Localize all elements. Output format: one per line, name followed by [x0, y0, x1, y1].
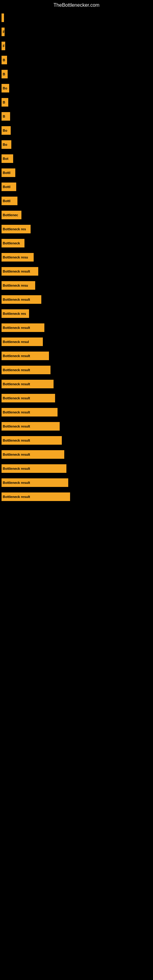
bar-label-11: Bot — [3, 157, 8, 161]
bar-row: Bottleneck result — [2, 422, 151, 431]
bar-label-6: Bo — [3, 86, 7, 90]
bar-label-13: Bottl — [3, 185, 10, 189]
bar-row: Bottl — [2, 169, 151, 177]
bar-label-26: Bottleneck result — [3, 368, 30, 372]
bar-18: Bottleneck resu — [2, 253, 33, 261]
bar-24: Bottleneck resul — [2, 337, 43, 346]
bar-label-31: Bottleneck result — [3, 439, 30, 442]
bar-row: B — [2, 70, 151, 78]
bar-6: Bo — [2, 84, 9, 92]
bar-label-9: Bo — [3, 129, 7, 132]
bar-label-12: Bottl — [3, 171, 10, 175]
bar-label-16: Bottleneck res — [3, 227, 26, 231]
bar-14: Bottl — [2, 197, 18, 205]
bar-30: Bottleneck result — [2, 422, 60, 431]
bar-label-7: B — [3, 100, 5, 104]
bar-35: Bottleneck result — [2, 492, 70, 501]
bar-row: Bottleneck result — [2, 394, 151, 402]
bar-19: Bottleneck result — [2, 267, 38, 275]
bar-23: Bottleneck result — [2, 323, 45, 332]
bar-row: B — [2, 56, 151, 64]
bar-label-19: Bottleneck result — [3, 269, 30, 273]
bar-label-15: Bottlenec — [3, 213, 18, 217]
bar-12: Bottl — [2, 169, 15, 177]
bar-label-33: Bottleneck result — [3, 467, 30, 470]
bar-label-25: Bottleneck result — [3, 354, 30, 358]
bar-15: Bottlenec — [2, 211, 21, 219]
bar-row: Bottleneck result — [2, 464, 151, 473]
bar-9: Bo — [2, 126, 11, 135]
bar-20: Bottleneck resu — [2, 281, 35, 290]
bar-row: Bottleneck res — [2, 309, 151, 318]
bar-row: Bottleneck result — [2, 323, 151, 332]
bar-row: F — [2, 27, 151, 36]
bar-33: Bottleneck result — [2, 464, 66, 473]
bar-label-18: Bottleneck resu — [3, 255, 28, 259]
bar-row: Bottleneck result — [2, 492, 151, 501]
bar-label-24: Bottleneck resul — [3, 340, 29, 344]
bar-row: Bottleneck res — [2, 225, 151, 233]
bar-row — [2, 13, 151, 22]
bar-22: Bottleneck res — [2, 309, 29, 318]
bar-27: Bottleneck result — [2, 380, 54, 388]
bar-label-28: Bottleneck result — [3, 396, 30, 400]
bar-row: F — [2, 41, 151, 50]
bar-row: B — [2, 112, 151, 121]
bar-4: B — [2, 56, 7, 64]
bar-row: Bottleneck resul — [2, 337, 151, 346]
bar-row: Bottleneck result — [2, 366, 151, 374]
bar-8: B — [2, 112, 10, 121]
bar-label-10: Bo — [3, 143, 7, 146]
bar-row: B — [2, 98, 151, 107]
bar-32: Bottleneck result — [2, 450, 64, 459]
bar-label-5: B — [3, 72, 5, 76]
bar-21: Bottleneck result — [2, 295, 41, 304]
bar-row: Bottleneck result — [2, 478, 151, 487]
bar-34: Bottleneck result — [2, 478, 68, 487]
bar-label-34: Bottleneck result — [3, 481, 30, 485]
bar-label-30: Bottleneck result — [3, 425, 30, 428]
bar-row: Bottleneck — [2, 239, 151, 247]
bar-row: Bo — [2, 126, 151, 135]
bar-row: Bot — [2, 154, 151, 163]
bar-row: Bottl — [2, 197, 151, 205]
bar-13: Bottl — [2, 183, 16, 191]
bar-row: Bottleneck result — [2, 380, 151, 388]
bar-row: Bottleneck result — [2, 352, 151, 360]
bar-row: Bottleneck result — [2, 408, 151, 417]
bar-label-17: Bottleneck — [3, 241, 20, 245]
bar-row: Bottleneck result — [2, 295, 151, 304]
bar-16: Bottleneck res — [2, 225, 30, 233]
bar-label-35: Bottleneck result — [3, 495, 30, 499]
bar-row: Bo — [2, 84, 151, 92]
bar-11: Bot — [2, 154, 13, 163]
bar-row: Bottleneck result — [2, 450, 151, 459]
bar-label-4: B — [3, 58, 5, 62]
bar-row: Bottl — [2, 183, 151, 191]
bar-17: Bottleneck — [2, 239, 24, 247]
bar-row: Bottleneck resu — [2, 281, 151, 290]
bar-28: Bottleneck result — [2, 394, 55, 402]
bar-row: Bottleneck result — [2, 267, 151, 275]
bar-29: Bottleneck result — [2, 408, 57, 417]
bar-label-20: Bottleneck resu — [3, 283, 28, 287]
site-title: TheBottlenecker.com — [0, 0, 153, 10]
bar-label-8: B — [3, 115, 5, 118]
bar-row: Bottlenec — [2, 211, 151, 219]
bars-container: FFBBBoBBBoBoBotBottlBottlBottlBottlenecB… — [0, 10, 153, 510]
bar-26: Bottleneck result — [2, 366, 51, 374]
bar-label-22: Bottleneck res — [3, 312, 26, 315]
bar-2: F — [2, 27, 5, 36]
bar-row: Bottleneck resu — [2, 253, 151, 261]
bar-7: B — [2, 98, 8, 107]
bar-label-23: Bottleneck result — [3, 326, 30, 329]
bar-label-27: Bottleneck result — [3, 382, 30, 386]
bar-label-29: Bottleneck result — [3, 410, 30, 414]
bar-label-32: Bottleneck result — [3, 453, 30, 456]
bar-3: F — [2, 41, 5, 50]
bar-5: B — [2, 70, 8, 78]
bar-31: Bottleneck result — [2, 436, 62, 445]
bar-row: Bo — [2, 140, 151, 149]
bar-label-14: Bottl — [3, 199, 10, 203]
bar-row: Bottleneck result — [2, 436, 151, 445]
